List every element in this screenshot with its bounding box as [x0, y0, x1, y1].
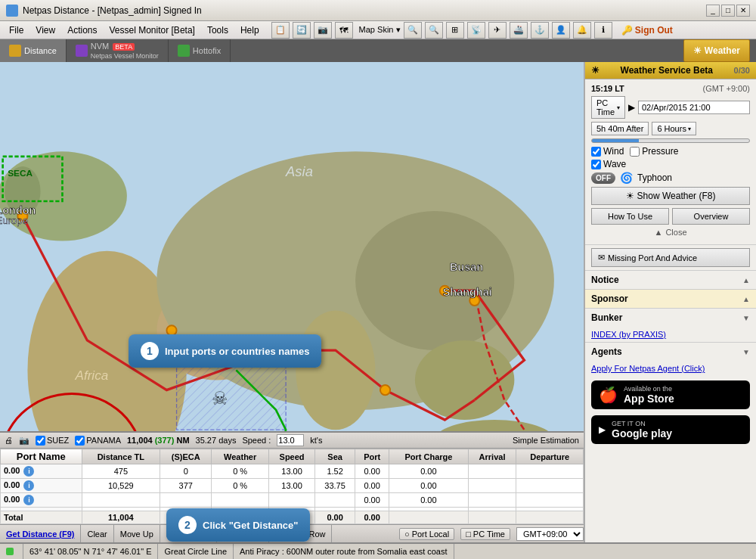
panama-checkbox[interactable] — [75, 436, 85, 446]
how-to-use-button[interactable]: How To Use — [591, 208, 669, 225]
info-icon-1[interactable]: i — [23, 466, 34, 477]
bunker-label: Bunker — [591, 312, 622, 323]
suez-checkbox[interactable] — [36, 436, 45, 446]
toolbar-btn-6[interactable]: 📡 — [467, 22, 485, 39]
table-row[interactable]: 0.00 i 475 0 0 % 13.00 1.52 0.00 0.00 — [1, 464, 584, 479]
toolbar-btn-map[interactable]: 🗺 — [335, 22, 353, 39]
estimation-label: Simple Estimation — [513, 436, 579, 445]
get-distance-label: Get Distance (F9) — [6, 529, 74, 539]
toolbar-btn-8[interactable]: 🚢 — [510, 22, 528, 39]
wave-checkbox-item[interactable]: Wave — [591, 159, 626, 169]
wave-checkbox[interactable] — [591, 160, 601, 169]
app-icon — [6, 5, 18, 17]
toolbar-btn-2[interactable]: 🔄 — [293, 22, 311, 39]
info-icon-2[interactable]: i — [23, 480, 34, 491]
circle-line-segment: Great Circle Line — [158, 544, 234, 559]
offset-label: 5h 40m After — [596, 124, 643, 133]
svg-point-6 — [355, 211, 514, 350]
coordinates-text: 63° 41' 08.05" N 71° 47' 46.01" E — [29, 547, 151, 556]
offset-dropdown[interactable]: 5h 40m After — [591, 122, 649, 135]
pc-time-dropdown[interactable]: PC Time ▾ — [591, 96, 625, 119]
minimize-button[interactable]: _ — [706, 5, 720, 17]
status-indicator — [6, 548, 14, 555]
app-store-button[interactable]: 🍎 Available on the App Store — [591, 380, 750, 409]
port-local-button[interactable]: ○ Port Local — [399, 528, 454, 540]
agents-link[interactable]: Apply For Netpas Agent (Click) — [591, 364, 705, 373]
close-button[interactable]: ✕ — [736, 5, 750, 17]
col-seca: (S)ECA — [160, 449, 212, 464]
speed-label: Speed : — [242, 436, 271, 445]
toolbar-zoom-out[interactable]: 🔍 — [425, 22, 443, 39]
port-cell-2: 0.00 — [355, 479, 389, 493]
toolbar-btn-info[interactable]: ℹ — [594, 22, 612, 39]
apple-icon: 🍎 — [599, 386, 618, 404]
menu-view[interactable]: View — [29, 23, 61, 37]
notice-section-header[interactable]: Notice ▲ — [585, 270, 756, 289]
menu-file[interactable]: File — [3, 23, 29, 37]
map-skin-label[interactable]: Map Skin ▾ — [359, 25, 401, 35]
menu-tools[interactable]: Tools — [201, 23, 234, 37]
maximize-button[interactable]: □ — [721, 5, 735, 17]
svg-text:☠: ☠ — [212, 389, 228, 408]
show-weather-button[interactable]: ☀ Show Weather (F8) — [591, 187, 750, 205]
menu-vessel-monitor[interactable]: Vessel Monitor [Beta] — [104, 23, 201, 37]
toolbar-zoom-in[interactable]: 🔍 — [404, 22, 422, 39]
gmt-dropdown[interactable]: GMT+09:00 — [516, 527, 584, 541]
overview-button[interactable]: Overview — [672, 208, 750, 225]
close-row[interactable]: ▲ Close — [591, 228, 750, 237]
speed-input[interactable] — [277, 434, 304, 446]
table-row[interactable]: 0.00 i 0.00 0.00 — [1, 493, 584, 508]
weather-icon: ☀ — [693, 45, 702, 56]
pc-time-button[interactable]: □ PC Time — [460, 528, 510, 540]
total-blank2: 0.00 — [355, 511, 389, 524]
toolbar-btn-7[interactable]: ✈ — [488, 22, 507, 39]
missing-port-button[interactable]: ✉ Missing Port And Advice — [591, 248, 750, 267]
move-up-button[interactable]: Move Up — [114, 525, 160, 542]
clear-button[interactable]: Clear — [81, 525, 113, 542]
bunker-link[interactable]: INDEX (by PRAXIS) — [591, 330, 666, 339]
time-slider[interactable] — [591, 138, 750, 143]
panama-label[interactable]: PANAMA — [75, 436, 121, 446]
dist-cell-2: 10,529 — [82, 479, 160, 493]
tab-distance[interactable]: Distance — [0, 39, 67, 62]
how-to-use-label: How To Use — [608, 212, 652, 221]
port-name-cell-1[interactable]: 0.00 i — [1, 464, 82, 479]
weather-tab-btn[interactable]: ☀ Weather — [683, 39, 750, 62]
typhoon-toggle[interactable]: OFF — [591, 172, 615, 184]
svg-text:SECA: SECA — [8, 168, 33, 179]
suez-label[interactable]: SUEZ — [36, 436, 69, 446]
panel-icon: ☀ — [591, 65, 600, 76]
info-icon-3[interactable]: i — [23, 495, 34, 505]
total-label: Total — [1, 511, 82, 524]
menu-actions[interactable]: Actions — [61, 23, 103, 37]
total-dist-cell: 11,004 — [82, 511, 160, 524]
toolbar-btn-10[interactable]: 👤 — [552, 22, 570, 39]
wind-checkbox[interactable] — [591, 147, 601, 157]
tab-hottofix[interactable]: Hottofix — [169, 39, 231, 62]
toolbar-btn-5[interactable]: ⊞ — [446, 22, 464, 39]
port-name-cell-2[interactable]: 0.00 i — [1, 479, 82, 493]
col-port-charge: Port Charge — [389, 449, 469, 464]
pressure-checkbox[interactable] — [630, 147, 640, 157]
pressure-label: Pressure — [642, 146, 678, 157]
port-cell-3: 0.00 — [355, 493, 389, 508]
sign-out-btn[interactable]: 🔑 Sign Out — [621, 25, 673, 36]
sponsor-section-header[interactable]: Sponsor ▲ — [585, 289, 756, 308]
toolbar-btn-11[interactable]: 🔔 — [573, 22, 591, 39]
toolbar-btn-3[interactable]: 📷 — [314, 22, 332, 39]
google-play-button[interactable]: ▶ GET IT ON Google play — [591, 415, 750, 444]
toolbar-btn-9[interactable]: ⚓ — [531, 22, 549, 39]
tab-nvm[interactable]: NVM BETANetpas Vessel Monitor — [67, 39, 169, 62]
agents-section-header[interactable]: Agents ▼ — [585, 342, 756, 361]
hours-dropdown[interactable]: 6 Hours ▾ — [652, 122, 696, 135]
port-name-cell-3[interactable]: 0.00 i — [1, 493, 82, 508]
get-distance-button[interactable]: Get Distance (F9) — [0, 525, 81, 542]
datetime-input[interactable] — [638, 101, 750, 114]
bunker-section-header[interactable]: Bunker ▼ — [585, 308, 756, 327]
toolbar-btn-1[interactable]: 📋 — [271, 22, 290, 39]
port-cell-1: 0.00 — [355, 464, 389, 479]
table-row[interactable]: 0.00 i 10,529 377 0 % 13.00 33.75 0.00 0… — [1, 479, 584, 493]
wind-checkbox-item[interactable]: Wind — [591, 146, 624, 157]
menu-help[interactable]: Help — [234, 23, 265, 37]
pressure-checkbox-item[interactable]: Pressure — [630, 146, 678, 157]
